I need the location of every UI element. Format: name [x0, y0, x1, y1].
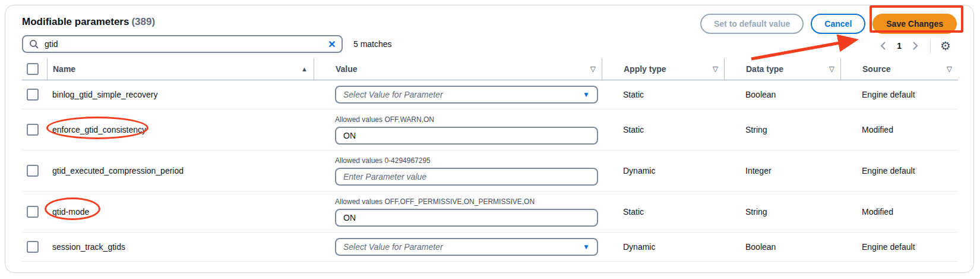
allowed-values-label: Allowed values OFF,WARN,ON [335, 115, 598, 124]
row-data-type-cell: String [724, 207, 840, 217]
sort-ascending-icon[interactable]: ▲ [301, 65, 308, 73]
table-header-row: Name ▲ Value ▽ Apply type ▽ Data type ▽ … [22, 58, 958, 80]
row-apply-type-cell: Static [602, 90, 724, 99]
match-count-label: 5 matches [353, 39, 392, 49]
pagination: 1 ⚙ [878, 39, 951, 53]
sort-icon[interactable]: ▽ [829, 65, 834, 73]
column-header-apply-type[interactable]: Apply type ▽ [602, 58, 724, 80]
value-select[interactable]: Select Value for Parameter ▼ [335, 238, 598, 256]
rds-parameter-group-page: Modifiable parameters(389) Set to defaul… [0, 0, 980, 279]
pagination-divider [930, 39, 931, 53]
row-checkbox[interactable] [27, 165, 39, 177]
table-row: session_track_gtids Select Value for Par… [22, 232, 958, 262]
allowed-values-label: Allowed values OFF,OFF_PERMISSIVE,ON_PER… [335, 198, 598, 206]
column-header-value[interactable]: Value ▽ [314, 58, 602, 80]
cancel-button[interactable]: Cancel [811, 14, 865, 34]
value-input-group: Allowed values OFF,WARN,ON [335, 115, 598, 145]
row-apply-type-cell: Dynamic [602, 242, 724, 252]
parameter-name: gtid_executed_compression_period [52, 166, 184, 175]
filter-row: × 5 matches [22, 35, 392, 53]
row-checkbox-cell [22, 241, 47, 253]
table-row: binlog_gtid_simple_recovery Select Value… [22, 80, 958, 109]
value-input-group: Allowed values 0-4294967295 [335, 156, 598, 186]
parameter-count: (389) [131, 16, 155, 27]
table-row: gtid_executed_compression_period Allowed… [22, 150, 958, 191]
next-page-icon[interactable] [910, 39, 921, 53]
row-value-cell: Select Value for Parameter ▼ [335, 86, 602, 104]
row-checkbox-cell [22, 206, 47, 218]
row-checkbox[interactable] [27, 241, 39, 253]
search-icon [29, 39, 39, 49]
row-source-cell: Modified [840, 125, 958, 134]
row-checkbox-cell [22, 89, 47, 101]
row-checkbox-cell [22, 124, 47, 136]
sort-icon[interactable]: ▽ [713, 65, 718, 73]
row-name-cell: gtid-mode [47, 207, 314, 217]
modifiable-parameters-panel: Modifiable parameters(389) Set to defaul… [5, 5, 974, 273]
parameter-name: binlog_gtid_simple_recovery [52, 90, 157, 99]
value-input[interactable] [335, 127, 598, 145]
row-value-cell: Select Value for Parameter ▼ [335, 238, 602, 256]
header-checkbox-cell [22, 58, 47, 80]
page-title: Modifiable parameters(389) [22, 16, 155, 28]
row-checkbox-cell [22, 165, 47, 177]
row-name-cell: enforce_gtid_consistency [47, 125, 314, 134]
row-value-cell: Allowed values OFF,OFF_PERMISSIVE,ON_PER… [335, 198, 602, 227]
search-input[interactable] [43, 39, 328, 49]
parameters-table: Name ▲ Value ▽ Apply type ▽ Data type ▽ … [22, 58, 958, 262]
search-box[interactable]: × [22, 35, 343, 53]
row-checkbox[interactable] [27, 206, 39, 218]
parameter-name: gtid-mode [52, 207, 89, 217]
row-data-type-cell: Integer [724, 166, 840, 175]
column-header-data-type[interactable]: Data type ▽ [724, 58, 840, 80]
chevron-down-icon: ▼ [583, 243, 590, 251]
value-input[interactable] [335, 209, 598, 227]
previous-page-icon[interactable] [878, 39, 889, 53]
set-to-default-button[interactable]: Set to default value [700, 14, 804, 34]
select-all-checkbox[interactable] [27, 63, 39, 75]
chevron-down-icon: ▼ [583, 90, 590, 99]
row-value-cell: Allowed values OFF,WARN,ON [335, 115, 602, 145]
value-input-group: Allowed values OFF,OFF_PERMISSIVE,ON_PER… [335, 198, 598, 227]
row-source-cell: Engine default [840, 166, 958, 175]
sort-icon[interactable]: ▽ [947, 65, 952, 73]
clear-search-icon[interactable]: × [328, 37, 336, 50]
page-title-text: Modifiable parameters [22, 16, 129, 27]
row-name-cell: session_track_gtids [47, 242, 314, 252]
row-data-type-cell: Boolean [724, 242, 840, 252]
row-source-cell: Engine default [840, 90, 958, 99]
select-placeholder: Select Value for Parameter [343, 90, 443, 99]
sort-icon[interactable]: ▽ [590, 65, 596, 73]
table-row: gtid-mode Allowed values OFF,OFF_PERMISS… [22, 191, 958, 232]
parameter-name: session_track_gtids [52, 242, 125, 252]
select-placeholder: Select Value for Parameter [343, 242, 443, 252]
allowed-values-label: Allowed values 0-4294967295 [335, 156, 598, 165]
current-page[interactable]: 1 [892, 41, 906, 51]
row-name-cell: binlog_gtid_simple_recovery [47, 90, 314, 99]
column-header-source[interactable]: Source ▽ [840, 58, 958, 80]
row-source-cell: Engine default [840, 242, 958, 252]
value-select[interactable]: Select Value for Parameter ▼ [335, 86, 598, 104]
row-apply-type-cell: Static [602, 125, 724, 134]
header-actions: Set to default value Cancel Save Changes [700, 14, 957, 34]
settings-gear-icon[interactable]: ⚙ [940, 40, 951, 52]
row-value-cell: Allowed values 0-4294967295 [335, 156, 602, 186]
column-header-name[interactable]: Name ▲ [47, 58, 314, 80]
row-checkbox[interactable] [27, 124, 39, 136]
parameter-name: enforce_gtid_consistency [52, 125, 146, 134]
row-data-type-cell: Boolean [724, 90, 840, 99]
row-source-cell: Modified [840, 207, 958, 217]
row-name-cell: gtid_executed_compression_period [47, 166, 314, 175]
save-changes-button[interactable]: Save Changes [872, 14, 957, 34]
row-apply-type-cell: Static [602, 207, 724, 217]
row-data-type-cell: String [724, 125, 840, 134]
table-body: binlog_gtid_simple_recovery Select Value… [22, 80, 958, 262]
row-apply-type-cell: Dynamic [602, 166, 724, 175]
table-row: enforce_gtid_consistency Allowed values … [22, 109, 958, 150]
row-checkbox[interactable] [27, 89, 39, 101]
value-input[interactable] [335, 168, 598, 186]
